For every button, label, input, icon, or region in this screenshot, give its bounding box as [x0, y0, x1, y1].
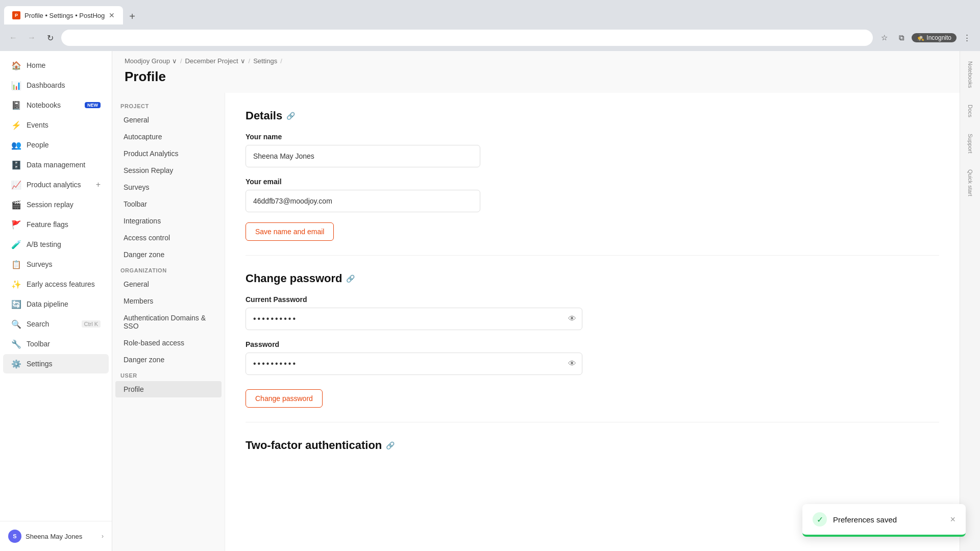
sidebar-item-label: Settings	[27, 360, 53, 368]
sidebar-item-feature-flags[interactable]: 🚩 Feature flags	[3, 215, 109, 234]
settings-item-general[interactable]: General	[115, 112, 222, 128]
right-sidebar-support[interactable]: Support	[965, 130, 975, 158]
sidebar-item-label: Data management	[27, 161, 85, 169]
settings-item-product-analytics[interactable]: Product Analytics	[115, 145, 222, 162]
save-name-email-button[interactable]: Save name and email	[246, 222, 334, 241]
breadcrumb-current[interactable]: Settings	[253, 57, 277, 65]
forward-button[interactable]: →	[24, 31, 39, 45]
address-input[interactable]: us.posthog.com/settings/user-profile	[69, 34, 865, 42]
toast-notification: ✓ Preferences saved ×	[802, 504, 966, 537]
session-replay-icon: 🎬	[11, 199, 21, 210]
sidebar-item-search[interactable]: 🔍 Search Ctrl K	[3, 314, 109, 334]
breadcrumb-project[interactable]: December Project ∨	[185, 57, 246, 65]
address-bar[interactable]: us.posthog.com/settings/user-profile	[61, 30, 873, 46]
password-wrap: 👁	[246, 353, 582, 375]
main-content: Moodjoy Group ∨ / December Project ∨ / S…	[112, 51, 960, 551]
settings-item-autocapture[interactable]: Autocapture	[115, 129, 222, 145]
section-divider-1	[246, 255, 939, 256]
sidebar-item-ab-testing[interactable]: 🧪 A/B testing	[3, 235, 109, 254]
add-product-analytics-button[interactable]: +	[96, 180, 101, 189]
sidebar-item-early-access[interactable]: ✨ Early access features	[3, 274, 109, 294]
password-eye-icon[interactable]: 👁	[568, 359, 576, 368]
details-title: Details	[246, 109, 282, 122]
org-section-label: Organization	[112, 263, 225, 276]
right-sidebar: Notebooks Docs Support Quick start	[960, 51, 980, 551]
settings-item-auth-domains[interactable]: Authentication Domains & SSO	[115, 310, 222, 334]
back-button[interactable]: ←	[6, 31, 20, 45]
tab-close-button[interactable]: ✕	[109, 11, 115, 19]
password-label: Password	[246, 340, 939, 348]
settings-item-org-danger-zone[interactable]: Danger zone	[115, 352, 222, 368]
browser-tab-active[interactable]: P Profile • Settings • PostHog ✕	[4, 6, 123, 24]
email-label: Your email	[246, 178, 939, 186]
sidebar-item-toolbar[interactable]: 🔧 Toolbar	[3, 334, 109, 354]
toast-message: Preferences saved	[833, 515, 940, 524]
page-title-bar: Profile	[112, 65, 960, 93]
sidebar-item-label: Surveys	[27, 260, 53, 268]
current-password-wrap: 👁	[246, 308, 582, 330]
product-analytics-icon: 📈	[11, 180, 21, 190]
section-divider-2	[246, 422, 939, 422]
right-sidebar-quick-start[interactable]: Quick start	[965, 165, 975, 201]
right-sidebar-notebooks[interactable]: Notebooks	[965, 57, 975, 92]
menu-button[interactable]: ⋮	[960, 31, 974, 45]
extensions-button[interactable]: ⧉	[894, 31, 909, 45]
sidebar-item-events[interactable]: ⚡ Events	[3, 115, 109, 135]
sidebar-item-label: A/B testing	[27, 240, 61, 248]
sidebar-item-dashboards[interactable]: 📊 Dashboards	[3, 76, 109, 95]
two-factor-link-icon[interactable]: 🔗	[386, 441, 395, 449]
password-form-group: Password 👁	[246, 340, 939, 375]
breadcrumb-sep-1: /	[180, 57, 182, 65]
user-profile-item[interactable]: S Sheena May Jones ›	[3, 525, 109, 547]
bookmark-button[interactable]: ☆	[877, 31, 891, 45]
breadcrumb-org[interactable]: Moodjoy Group ∨	[125, 57, 177, 65]
change-password-section-header: Change password 🔗	[246, 272, 939, 285]
change-password-button[interactable]: Change password	[246, 389, 323, 408]
sidebar-item-people[interactable]: 👥 People	[3, 135, 109, 155]
sidebar-item-data-pipeline[interactable]: 🔄 Data pipeline	[3, 294, 109, 314]
sidebar-item-settings[interactable]: ⚙️ Settings	[3, 354, 109, 373]
sidebar-item-label: Product analytics	[27, 181, 81, 189]
sidebar-item-data-management[interactable]: 🗄️ Data management	[3, 155, 109, 174]
settings-item-danger-zone[interactable]: Danger zone	[115, 246, 222, 263]
email-form-group: Your email	[246, 178, 939, 212]
sidebar-item-product-analytics[interactable]: 📈 Product analytics +	[3, 175, 109, 194]
settings-item-members[interactable]: Members	[115, 293, 222, 309]
breadcrumb-project-chevron: ∨	[240, 57, 246, 65]
sidebar-item-home[interactable]: 🏠 Home	[3, 56, 109, 75]
settings-item-role-based-access[interactable]: Role-based access	[115, 335, 222, 351]
settings-item-access-control[interactable]: Access control	[115, 230, 222, 246]
two-factor-title: Two-factor authentication	[246, 439, 382, 452]
toast-close-button[interactable]: ×	[950, 514, 955, 525]
settings-content: Details 🔗 Your name Your email Save name…	[225, 93, 960, 551]
data-management-icon: 🗄️	[11, 160, 21, 170]
name-input[interactable]	[246, 145, 480, 167]
sidebar-item-notebooks[interactable]: 📓 Notebooks NEW	[3, 95, 109, 115]
reload-button[interactable]: ↻	[43, 31, 57, 45]
password-input[interactable]	[246, 353, 582, 375]
new-tab-button[interactable]: +	[124, 9, 140, 24]
sidebar-item-session-replay[interactable]: 🎬 Session replay	[3, 195, 109, 214]
current-password-eye-icon[interactable]: 👁	[568, 314, 576, 323]
settings-item-toolbar[interactable]: Toolbar	[115, 196, 222, 212]
settings-item-session-replay[interactable]: Session Replay	[115, 162, 222, 179]
settings-item-org-general[interactable]: General	[115, 276, 222, 292]
details-link-icon[interactable]: 🔗	[286, 112, 295, 120]
sidebar-item-surveys[interactable]: 📋 Surveys	[3, 255, 109, 274]
right-sidebar-docs[interactable]: Docs	[965, 101, 975, 121]
current-password-label: Current Password	[246, 295, 939, 304]
settings-item-surveys[interactable]: Surveys	[115, 179, 222, 195]
change-password-title: Change password	[246, 272, 342, 285]
sidebar-item-label: Feature flags	[27, 220, 68, 229]
settings-item-integrations[interactable]: Integrations	[115, 213, 222, 229]
sidebar-bottom: S Sheena May Jones ›	[0, 521, 112, 551]
project-section-label: Project	[112, 99, 225, 111]
change-password-link-icon[interactable]: 🔗	[346, 274, 355, 283]
new-badge: NEW	[85, 102, 101, 108]
email-input[interactable]	[246, 190, 480, 212]
sidebar-nav: 🏠 Home 📊 Dashboards 📓 Notebooks NEW ⚡ Ev…	[0, 51, 112, 521]
settings-item-profile[interactable]: Profile	[115, 381, 222, 397]
current-password-input[interactable]	[246, 308, 582, 330]
breadcrumb-org-chevron: ∨	[172, 57, 177, 65]
feature-flags-icon: 🚩	[11, 219, 21, 230]
